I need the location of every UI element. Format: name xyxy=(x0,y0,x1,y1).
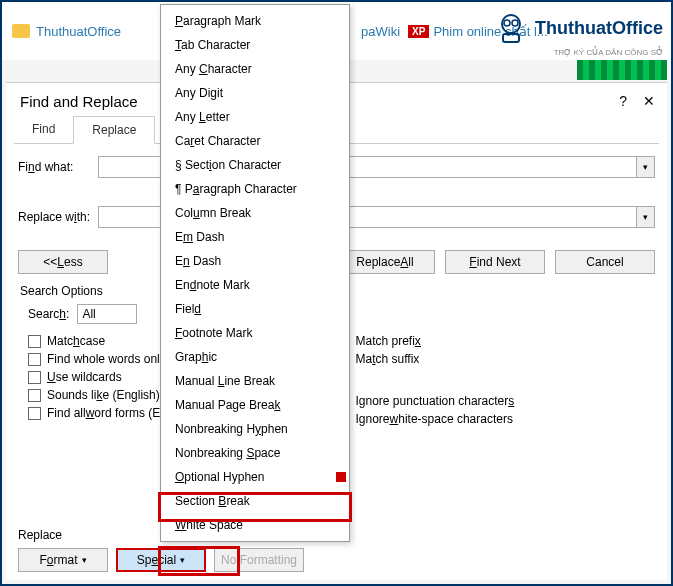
check-match-suffix[interactable]: Match suffix xyxy=(337,352,646,366)
menu-nonbreaking-hyphen[interactable]: Nonbreaking Hyphen xyxy=(161,417,349,441)
menu-manual-page-break[interactable]: Manual Page Break xyxy=(161,393,349,417)
replace-all-button[interactable]: Replace All xyxy=(335,250,435,274)
logo-subtitle: TRỢ KÝ CỦA DÂN CÔNG SỞ xyxy=(491,48,663,57)
less-button[interactable]: << Less xyxy=(18,250,108,274)
special-menu: Paragraph Mark Tab Character Any Charact… xyxy=(160,4,350,542)
menu-endnote-mark[interactable]: Endnote Mark xyxy=(161,273,349,297)
special-button[interactable]: Special xyxy=(116,548,206,572)
menu-paragraph-mark[interactable]: Paragraph Mark xyxy=(161,9,349,33)
xp-badge-icon: XP xyxy=(408,25,429,38)
site-logo: ThuthuatOffice TRỢ KÝ CỦA DÂN CÔNG SỞ xyxy=(491,8,663,57)
menu-field[interactable]: Field xyxy=(161,297,349,321)
menu-en-dash[interactable]: En Dash xyxy=(161,249,349,273)
menu-optional-hyphen[interactable]: Optional Hyphen xyxy=(161,465,349,489)
menu-graphic[interactable]: Graphic xyxy=(161,345,349,369)
browser-tab-2[interactable]: paWiki xyxy=(361,24,400,39)
decorative-strip xyxy=(577,60,667,80)
help-button[interactable]: ? xyxy=(619,93,627,109)
find-what-dropdown[interactable]: ▾ xyxy=(637,156,655,178)
menu-nonbreaking-space[interactable]: Nonbreaking Space xyxy=(161,441,349,465)
browser-tab-1[interactable]: ThuthuatOffice xyxy=(36,24,121,39)
logo-text: ThuthuatOffice xyxy=(535,18,663,39)
annotation-dot xyxy=(336,472,346,482)
menu-manual-line-break[interactable]: Manual Line Break xyxy=(161,369,349,393)
format-button[interactable]: Format xyxy=(18,548,108,572)
check-ignore-whitespace[interactable]: Ignore white-space characters xyxy=(337,412,646,426)
check-match-prefix[interactable]: Match prefix xyxy=(337,334,646,348)
find-what-label: Find what: xyxy=(18,160,98,174)
menu-any-character[interactable]: Any Character xyxy=(161,57,349,81)
svg-point-2 xyxy=(504,20,510,26)
menu-section-character[interactable]: § Section Character xyxy=(161,153,349,177)
menu-column-break[interactable]: Column Break xyxy=(161,201,349,225)
find-next-button[interactable]: Find Next xyxy=(445,250,545,274)
menu-paragraph-character[interactable]: ¶ Paragraph Character xyxy=(161,177,349,201)
menu-tab-character[interactable]: Tab Character xyxy=(161,33,349,57)
menu-section-break[interactable]: Section Break xyxy=(161,489,349,513)
tab-replace[interactable]: Replace xyxy=(73,116,155,144)
no-formatting-button: No Formatting xyxy=(214,548,304,572)
replace-with-dropdown[interactable]: ▾ xyxy=(637,206,655,228)
folder-icon xyxy=(12,24,30,38)
svg-point-3 xyxy=(512,20,518,26)
replace-with-label: Replace with: xyxy=(18,210,98,224)
search-direction-label: Search: xyxy=(28,307,69,321)
tab-find[interactable]: Find xyxy=(14,116,73,143)
svg-rect-1 xyxy=(503,34,519,42)
search-direction-select[interactable]: All xyxy=(77,304,137,324)
menu-any-letter[interactable]: Any Letter xyxy=(161,105,349,129)
menu-footnote-mark[interactable]: Footnote Mark xyxy=(161,321,349,345)
close-button[interactable]: ✕ xyxy=(643,93,655,109)
menu-caret-character[interactable]: Caret Character xyxy=(161,129,349,153)
menu-white-space[interactable]: White Space xyxy=(161,513,349,537)
check-ignore-punct[interactable]: Ignore punctuation characters xyxy=(337,394,646,408)
mascot-icon xyxy=(491,8,531,48)
cancel-button[interactable]: Cancel xyxy=(555,250,655,274)
menu-em-dash[interactable]: Em Dash xyxy=(161,225,349,249)
menu-any-digit[interactable]: Any Digit xyxy=(161,81,349,105)
